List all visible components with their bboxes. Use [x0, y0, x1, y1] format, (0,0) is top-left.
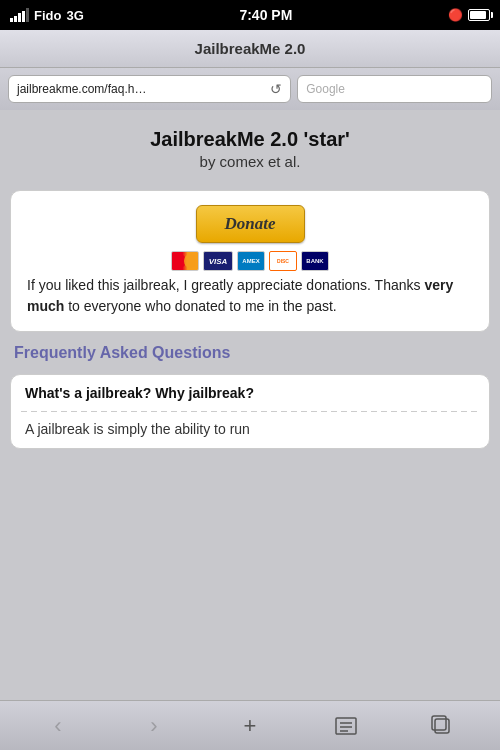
refresh-icon[interactable]: ↺ — [270, 81, 282, 97]
visa-icon: VISA — [203, 251, 233, 271]
amex-icon: AMEX — [237, 251, 265, 271]
status-left: Fido 3G — [10, 8, 84, 23]
donate-card: Donate VISA AMEX DISC BANK If you liked … — [10, 190, 490, 332]
donate-text-part2: to everyone who donated to me in the pas… — [64, 298, 336, 314]
search-field[interactable]: Google — [297, 75, 492, 103]
donate-text-part1: If you liked this jailbreak, I greatly a… — [27, 277, 424, 293]
faq-section-header: Frequently Asked Questions — [10, 344, 490, 362]
back-button[interactable]: ‹ — [36, 704, 80, 748]
svg-rect-4 — [435, 719, 449, 733]
bookmarks-icon — [334, 716, 358, 736]
mastercard-icon — [171, 251, 199, 271]
url-text: jailbreakme.com/faq.h… — [17, 82, 146, 96]
network-label: 3G — [66, 8, 83, 23]
page-content: JailbreakMe 2.0 'star' by comex et al. D… — [0, 110, 500, 700]
signal-bar-5 — [26, 8, 29, 22]
status-bar: Fido 3G 7:40 PM 🔴 — [0, 0, 500, 30]
signal-bars — [10, 8, 29, 22]
url-bar[interactable]: jailbreakme.com/faq.h… ↺ Google — [0, 68, 500, 110]
forward-button[interactable]: › — [132, 704, 176, 748]
time-display: 7:40 PM — [239, 7, 292, 23]
bank-icon: BANK — [301, 251, 329, 271]
bookmarks-button[interactable] — [324, 704, 368, 748]
page-subtitle: by comex et al. — [10, 153, 490, 170]
page-title: JailbreakMe 2.0 'star' — [10, 128, 490, 151]
signal-bar-2 — [14, 16, 17, 22]
donate-button[interactable]: Donate — [196, 205, 305, 243]
signal-bar-4 — [22, 11, 25, 22]
nav-title: JailbreakMe 2.0 — [195, 40, 306, 57]
url-field[interactable]: jailbreakme.com/faq.h… ↺ — [8, 75, 291, 103]
add-button[interactable]: + — [228, 704, 272, 748]
battery-fill — [470, 11, 486, 19]
search-placeholder: Google — [306, 82, 345, 96]
payment-icons: VISA AMEX DISC BANK — [171, 251, 329, 271]
navigation-bar: JailbreakMe 2.0 — [0, 30, 500, 68]
battery-indicator — [468, 9, 490, 21]
tabs-icon — [431, 715, 453, 737]
status-right: 🔴 — [448, 8, 490, 22]
svg-rect-5 — [432, 716, 446, 730]
page-title-block: JailbreakMe 2.0 'star' by comex et al. — [10, 124, 490, 178]
tabs-button[interactable] — [420, 704, 464, 748]
signal-bar-1 — [10, 18, 13, 22]
faq-card[interactable]: What's a jailbreak? Why jailbreak? A jai… — [10, 374, 490, 449]
discover-icon: DISC — [269, 251, 297, 271]
signal-bar-3 — [18, 13, 21, 22]
donate-section: Donate VISA AMEX DISC BANK — [27, 205, 473, 271]
bottom-toolbar: ‹ › + — [0, 700, 500, 750]
donate-text: If you liked this jailbreak, I greatly a… — [27, 275, 473, 317]
faq-question: What's a jailbreak? Why jailbreak? — [11, 375, 489, 411]
bluetooth-icon: 🔴 — [448, 8, 463, 22]
faq-answer-preview: A jailbreak is simply the ability to run — [11, 412, 489, 448]
carrier-label: Fido — [34, 8, 61, 23]
